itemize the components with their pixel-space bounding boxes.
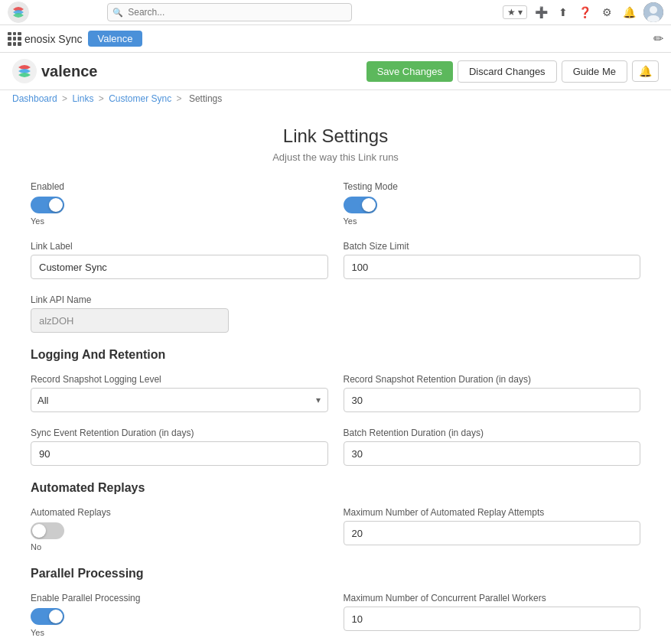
grid-menu-icon[interactable] <box>8 32 21 46</box>
sync-event-input[interactable] <box>31 441 328 466</box>
replays-section-heading: Automated Replays <box>31 481 640 495</box>
valence-header: valence Save Changes Discard Changes Gui… <box>0 53 671 90</box>
auto-replays-toggle-group: Automated Replays No <box>31 507 328 551</box>
batch-retention-col: Batch Retention Duration (in days) <box>344 428 641 466</box>
page-title: Link Settings <box>31 125 640 147</box>
batch-size-label: Batch Size Limit <box>344 241 641 252</box>
testing-mode-track <box>344 197 377 213</box>
snapshot-logging-col: Record Snapshot Logging Level All None E… <box>31 374 328 412</box>
breadcrumb-links[interactable]: Links <box>72 93 93 104</box>
svg-point-2 <box>650 6 657 14</box>
testing-mode-label: Testing Mode <box>344 181 398 192</box>
search-icon: 🔍 <box>112 8 123 18</box>
sync-event-label: Sync Event Retention Duration (in days) <box>31 428 328 438</box>
bell-icon-button[interactable]: 🔔 <box>632 60 659 82</box>
second-nav: enosix Sync Valence ✏ <box>0 25 671 53</box>
app-name: enosix Sync <box>24 33 82 45</box>
auto-replays-row: Automated Replays No Maximum Number of A… <box>31 507 640 551</box>
valence-logo: valence <box>12 59 97 83</box>
link-label-input[interactable] <box>31 255 328 279</box>
notifications-button[interactable]: 🔔 <box>620 5 639 20</box>
auto-replays-track <box>31 522 64 539</box>
testing-mode-col: Testing Mode Yes <box>344 181 641 226</box>
link-label-batch-row: Link Label Batch Size Limit <box>31 241 640 279</box>
breadcrumb-sep3: > <box>177 93 182 104</box>
link-label-label: Link Label <box>31 241 328 252</box>
breadcrumb: Dashboard > Links > Customer Sync > Sett… <box>0 90 671 110</box>
batch-retention-input[interactable] <box>344 441 641 466</box>
top-nav: 🔍 ★ ▾ ➕ ⬆ ❓ ⚙ 🔔 <box>0 0 671 25</box>
parallel-section-heading: Parallel Processing <box>31 567 640 581</box>
snapshot-select-wrap: All None Errors Only <box>31 388 328 412</box>
parallel-divider: Parallel Processing <box>31 567 640 581</box>
auto-replays-toggle[interactable] <box>31 522 64 539</box>
auto-replays-col: Automated Replays No <box>31 507 328 551</box>
main-content: valence Save Changes Discard Changes Gui… <box>0 53 671 644</box>
valence-tab[interactable]: Valence <box>88 31 142 47</box>
batch-size-col: Batch Size Limit <box>344 241 641 279</box>
add-button[interactable]: ➕ <box>532 5 551 20</box>
page-subtitle: Adjust the way this Link runs <box>31 151 640 163</box>
parallel-row: Enable Parallel Processing Yes Maximum N… <box>31 593 640 637</box>
discard-changes-button[interactable]: Discard Changes <box>458 60 557 83</box>
save-changes-button[interactable]: Save Changes <box>366 61 453 82</box>
snapshot-logging-select[interactable]: All None Errors Only <box>31 388 328 412</box>
max-workers-label: Maximum Number of Concurrent Parallel Wo… <box>344 593 641 603</box>
enabled-track <box>31 197 64 213</box>
snapshot-retention-row: Record Snapshot Logging Level All None E… <box>31 374 640 412</box>
page-content: Link Settings Adjust the way this Link r… <box>0 110 671 644</box>
parallel-toggle-group: Enable Parallel Processing Yes <box>31 593 328 637</box>
parallel-toggle-col: Enable Parallel Processing Yes <box>31 593 328 637</box>
testing-mode-yes-no: Yes <box>344 216 357 226</box>
guide-me-button[interactable]: Guide Me <box>562 60 627 83</box>
help-button[interactable]: ❓ <box>575 5 594 20</box>
auto-replays-label: Automated Replays <box>31 507 111 518</box>
max-workers-input[interactable] <box>344 607 641 631</box>
snapshot-logging-label: Record Snapshot Logging Level <box>31 374 328 385</box>
settings-button[interactable]: ⚙ <box>599 5 615 20</box>
avatar[interactable] <box>643 2 663 22</box>
breadcrumb-dashboard[interactable]: Dashboard <box>12 93 57 104</box>
enabled-toggle[interactable] <box>31 197 64 213</box>
top-nav-right: ★ ▾ ➕ ⬆ ❓ ⚙ 🔔 <box>503 2 663 22</box>
parallel-track <box>31 608 64 625</box>
breadcrumb-customer-sync[interactable]: Customer Sync <box>109 93 171 104</box>
batch-size-input[interactable] <box>344 255 641 279</box>
max-replays-input[interactable] <box>344 521 641 545</box>
parallel-thumb <box>49 610 63 623</box>
update-button[interactable]: ⬆ <box>555 5 571 20</box>
search-container: 🔍 <box>107 3 352 21</box>
testing-mode-toggle[interactable] <box>344 197 377 213</box>
favorites-button[interactable]: ★ ▾ <box>503 5 527 19</box>
parallel-label: Enable Parallel Processing <box>31 593 140 603</box>
header-buttons: Save Changes Discard Changes Guide Me 🔔 <box>366 60 659 83</box>
max-workers-col: Maximum Number of Concurrent Parallel Wo… <box>344 593 641 631</box>
breadcrumb-sep2: > <box>99 93 104 104</box>
enabled-label: Enabled <box>31 181 64 192</box>
testing-mode-toggle-group: Testing Mode Yes <box>344 181 641 226</box>
auto-replays-thumb <box>32 524 46 538</box>
enabled-yes-no: Yes <box>31 216 44 226</box>
enabled-toggle-group: Enabled Yes <box>31 181 328 226</box>
link-api-col: Link API Name <box>31 294 229 333</box>
enabled-testing-row: Enabled Yes Testing Mode <box>31 181 640 226</box>
max-replays-col: Maximum Number of Automated Replay Attem… <box>344 507 641 545</box>
breadcrumb-sep1: > <box>62 93 67 104</box>
record-retention-label: Record Snapshot Retention Duration (in d… <box>344 374 641 385</box>
search-input[interactable] <box>107 3 352 21</box>
record-retention-input[interactable] <box>344 388 641 412</box>
parallel-yes-no: Yes <box>31 628 44 637</box>
parallel-toggle[interactable] <box>31 608 64 625</box>
batch-retention-label: Batch Retention Duration (in days) <box>344 428 641 438</box>
logging-divider: Logging And Retention <box>31 348 640 362</box>
enabled-col: Enabled Yes <box>31 181 328 226</box>
auto-replays-yes-no: No <box>31 542 41 551</box>
link-label-col: Link Label <box>31 241 328 279</box>
testing-mode-thumb <box>362 198 376 212</box>
enabled-thumb <box>49 198 63 212</box>
replays-divider: Automated Replays <box>31 481 640 495</box>
max-replays-label: Maximum Number of Automated Replay Attem… <box>344 507 641 518</box>
valence-logo-text: valence <box>41 63 97 80</box>
edit-button[interactable]: ✏ <box>653 31 663 46</box>
app-logo <box>8 2 29 23</box>
